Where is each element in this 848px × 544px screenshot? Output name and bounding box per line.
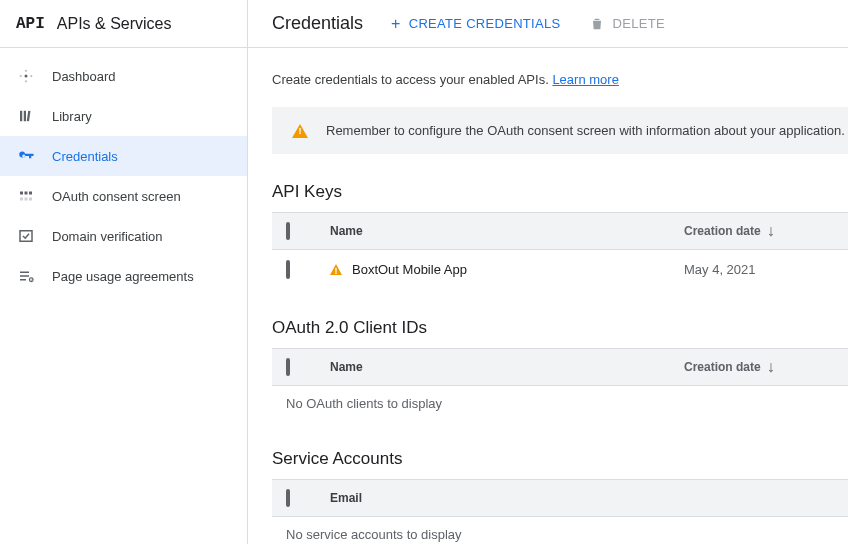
- api-keys-table-head: Name Creation date ↓: [272, 212, 848, 250]
- select-all-checkbox[interactable]: [286, 491, 304, 505]
- learn-more-link[interactable]: Learn more: [552, 72, 618, 87]
- consent-icon: [16, 186, 36, 206]
- svg-rect-5: [20, 111, 22, 122]
- plus-icon: +: [391, 16, 401, 32]
- table-row[interactable]: BoxtOut Mobile App May 4, 2021: [272, 250, 848, 290]
- sidebar-item-label: Domain verification: [52, 229, 163, 244]
- svg-point-15: [29, 278, 33, 282]
- sidebar-item-label: Dashboard: [52, 69, 116, 84]
- sidebar-item-label: Credentials: [52, 149, 118, 164]
- banner-text: Remember to configure the OAuth consent …: [326, 123, 845, 138]
- svg-rect-12: [25, 198, 28, 201]
- key-icon: [16, 146, 36, 166]
- service-accounts-title: Service Accounts: [272, 449, 848, 469]
- warning-icon: [330, 264, 342, 275]
- service-accounts-section: Service Accounts Email No service accoun…: [272, 449, 848, 544]
- api-keys-section: API Keys Name Creation date ↓ BoxtOut Mo…: [272, 182, 848, 290]
- sidebar-item-library[interactable]: Library: [0, 96, 247, 136]
- svg-rect-11: [20, 198, 23, 201]
- intro-text: Create credentials to access your enable…: [272, 72, 848, 87]
- svg-point-3: [25, 70, 27, 72]
- col-name[interactable]: Name: [320, 360, 668, 374]
- svg-rect-8: [20, 192, 23, 195]
- svg-point-4: [25, 80, 27, 82]
- sidebar-item-label: Library: [52, 109, 92, 124]
- oauth-title: OAuth 2.0 Client IDs: [272, 318, 848, 338]
- intro-body: Create credentials to access your enable…: [272, 72, 552, 87]
- sidebar-header: API APIs & Services: [0, 0, 247, 48]
- main: Credentials + Create Credentials Delete …: [248, 0, 848, 544]
- sidebar-item-dashboard[interactable]: Dashboard: [0, 56, 247, 96]
- svg-rect-10: [29, 192, 32, 195]
- sidebar-item-domain-verification[interactable]: Domain verification: [0, 216, 247, 256]
- warning-icon: [292, 124, 308, 138]
- svg-point-1: [20, 75, 22, 77]
- svg-point-0: [25, 75, 28, 78]
- library-icon: [16, 106, 36, 126]
- delete-button[interactable]: Delete: [589, 16, 665, 32]
- api-key-name[interactable]: BoxtOut Mobile App: [352, 262, 467, 277]
- svg-rect-7: [27, 111, 31, 122]
- service-accounts-empty: No service accounts to display: [272, 517, 848, 544]
- oauth-empty: No OAuth clients to display: [272, 386, 848, 421]
- svg-rect-14: [20, 231, 32, 242]
- oauth-table-head: Name Creation date ↓: [272, 348, 848, 386]
- agreements-icon: [16, 266, 36, 286]
- trash-icon: [589, 16, 605, 32]
- col-name[interactable]: Name: [320, 224, 668, 238]
- consent-warning-banner: Remember to configure the OAuth consent …: [272, 107, 848, 154]
- sidebar: API APIs & Services Dashboard Library: [0, 0, 248, 544]
- sidebar-title: APIs & Services: [57, 15, 172, 33]
- col-creation-date[interactable]: Creation date ↓: [684, 359, 834, 375]
- domain-icon: [16, 226, 36, 246]
- select-all-checkbox[interactable]: [286, 224, 304, 238]
- svg-rect-13: [29, 198, 32, 201]
- nav-list: Dashboard Library Credentials OAuth cons…: [0, 48, 247, 304]
- oauth-section: OAuth 2.0 Client IDs Name Creation date …: [272, 318, 848, 421]
- col-creation-date-label: Creation date: [684, 360, 761, 374]
- api-logo: API: [16, 15, 45, 33]
- main-header: Credentials + Create Credentials Delete: [248, 0, 848, 48]
- arrow-down-icon: ↓: [767, 359, 775, 375]
- select-all-checkbox[interactable]: [286, 360, 304, 374]
- service-accounts-table-head: Email: [272, 479, 848, 517]
- create-credentials-label: Create Credentials: [409, 16, 561, 31]
- svg-point-2: [30, 75, 32, 77]
- arrow-down-icon: ↓: [767, 223, 775, 239]
- content: Create credentials to access your enable…: [248, 48, 848, 544]
- create-credentials-button[interactable]: + Create Credentials: [391, 16, 560, 32]
- row-name: BoxtOut Mobile App: [320, 262, 668, 277]
- sidebar-item-oauth-consent[interactable]: OAuth consent screen: [0, 176, 247, 216]
- sidebar-item-label: Page usage agreements: [52, 269, 194, 284]
- sidebar-item-label: OAuth consent screen: [52, 189, 181, 204]
- page-title: Credentials: [272, 13, 363, 34]
- sidebar-item-credentials[interactable]: Credentials: [0, 136, 247, 176]
- row-checkbox[interactable]: [286, 262, 304, 277]
- row-creation-date: May 4, 2021: [684, 262, 834, 277]
- col-creation-date-label: Creation date: [684, 224, 761, 238]
- sidebar-item-page-usage-agreements[interactable]: Page usage agreements: [0, 256, 247, 296]
- svg-rect-9: [25, 192, 28, 195]
- svg-rect-6: [24, 111, 26, 122]
- api-keys-title: API Keys: [272, 182, 848, 202]
- col-email[interactable]: Email: [320, 491, 834, 505]
- dashboard-icon: [16, 66, 36, 86]
- delete-label: Delete: [613, 16, 665, 31]
- col-creation-date[interactable]: Creation date ↓: [684, 223, 834, 239]
